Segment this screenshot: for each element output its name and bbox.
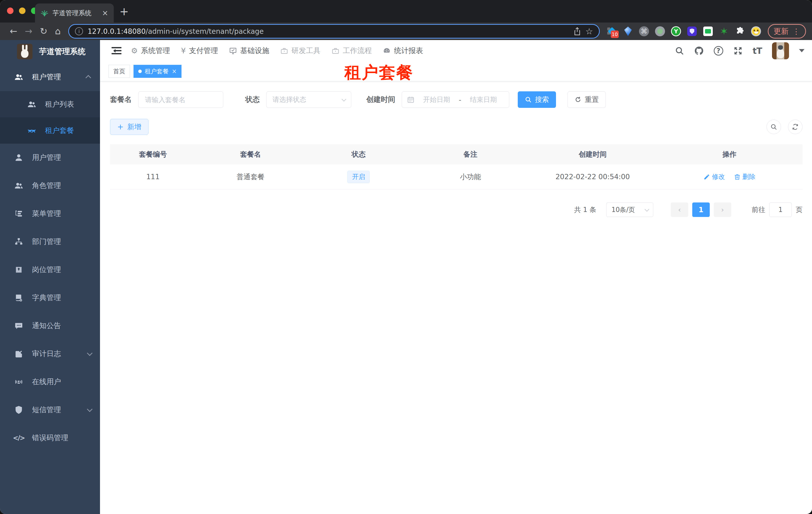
users-icon bbox=[14, 73, 23, 81]
show-search-button[interactable] bbox=[766, 119, 781, 134]
tab-manager-extension-icon[interactable]: 10 bbox=[607, 26, 617, 36]
prev-page-button[interactable]: ‹ bbox=[671, 202, 688, 217]
sidebar-item-notice[interactable]: 通知公告 bbox=[0, 312, 100, 340]
avatar[interactable] bbox=[772, 42, 789, 59]
edit-link[interactable]: 修改 bbox=[703, 172, 725, 181]
sidebar-item-tenant-group[interactable]: 租户管理 bbox=[0, 63, 100, 91]
sidebar-item-tenant-list[interactable]: 租户列表 bbox=[0, 91, 100, 117]
pencil-icon bbox=[703, 174, 710, 180]
org-chart-icon bbox=[14, 238, 23, 246]
topnav-devtools[interactable]: 研发工具 bbox=[280, 46, 320, 56]
chat-extension-icon[interactable] bbox=[703, 26, 713, 36]
sidebar-item-post-mgmt[interactable]: 岗位管理 bbox=[0, 256, 100, 284]
sidebar-item-online-users[interactable]: 在线用户 bbox=[0, 368, 100, 396]
date-end-placeholder[interactable]: 结束日期 bbox=[463, 95, 504, 104]
col-header: 套餐名 bbox=[196, 150, 305, 159]
sidebar-item-label: 部门管理 bbox=[32, 237, 91, 247]
sidebar-item-dept-mgmt[interactable]: 部门管理 bbox=[0, 228, 100, 256]
chat-bubble-icon bbox=[14, 322, 23, 330]
package-name-input[interactable] bbox=[138, 91, 223, 108]
tag-tenant-package[interactable]: 租户套餐 × bbox=[134, 65, 181, 78]
sidebar-logo[interactable]: 芋道管理系统 bbox=[0, 40, 100, 63]
url-bar[interactable]: i 127.0.0.1:48080/admin-ui/system/tenant… bbox=[68, 24, 600, 38]
y-extension-icon[interactable]: Y bbox=[671, 26, 681, 36]
date-start-placeholder[interactable]: 开始日期 bbox=[416, 95, 457, 104]
date-range-picker[interactable]: 开始日期 - 结束日期 bbox=[402, 91, 509, 108]
tag-close-icon[interactable]: × bbox=[172, 68, 177, 75]
reset-button[interactable]: 重置 bbox=[568, 91, 606, 108]
browser-menu-icon[interactable]: ⋮ bbox=[792, 27, 800, 36]
sidebar-item-sms-mgmt[interactable]: 短信管理 bbox=[0, 396, 100, 424]
avatar-caret-down-icon[interactable] bbox=[799, 49, 805, 55]
refresh-table-button[interactable] bbox=[788, 119, 803, 134]
site-info-icon[interactable]: i bbox=[75, 27, 83, 35]
reload-icon[interactable]: ↻ bbox=[40, 27, 47, 36]
github-icon[interactable] bbox=[694, 46, 704, 56]
add-button[interactable]: + 新增 bbox=[110, 119, 148, 135]
extensions-area: 10 ⌘ Y ✶ bbox=[607, 26, 761, 36]
sidebar-collapse-icon[interactable] bbox=[112, 47, 121, 55]
page-size-value: 10条/页 bbox=[611, 206, 635, 214]
current-page-button[interactable]: 1 bbox=[692, 202, 710, 217]
topnav-infra[interactable]: 基础设施 bbox=[229, 46, 269, 56]
delete-link[interactable]: 删除 bbox=[734, 172, 755, 181]
tab-favicon-plant-icon bbox=[40, 9, 49, 17]
sidebar-item-role-mgmt[interactable]: 角色管理 bbox=[0, 172, 100, 200]
topnav-report[interactable]: 统计报表 bbox=[383, 46, 423, 56]
status-label: 状态 bbox=[245, 94, 260, 105]
recorder-extension-icon[interactable] bbox=[655, 26, 665, 36]
bookmark-star-icon[interactable]: ☆ bbox=[585, 26, 593, 36]
sidebar-item-errcode-mgmt[interactable]: </> 错误码管理 bbox=[0, 424, 100, 452]
search-icon[interactable] bbox=[675, 46, 684, 56]
sidebar-item-dict-mgmt[interactable]: 字典管理 bbox=[0, 284, 100, 312]
status-placeholder: 请选择状态 bbox=[272, 95, 306, 104]
page-title-watermark: 租户套餐 bbox=[345, 64, 413, 81]
page-size-select[interactable]: 10条/页 bbox=[606, 202, 653, 217]
sidebar-item-tenant-package[interactable]: 租户套餐 bbox=[0, 117, 100, 144]
active-dot-icon bbox=[138, 70, 142, 73]
tab-close-icon[interactable]: × bbox=[102, 9, 108, 17]
topnav-payment[interactable]: ¥ 支付管理 bbox=[181, 46, 218, 56]
share-icon[interactable] bbox=[574, 27, 581, 35]
close-window-button[interactable] bbox=[7, 7, 13, 14]
sidebar-item-menu-mgmt[interactable]: 菜单管理 bbox=[0, 200, 100, 228]
logo-rabbit-image bbox=[17, 44, 32, 59]
cell-actions: 修改 删除 bbox=[657, 172, 803, 181]
topnav-label: 基础设施 bbox=[240, 46, 269, 56]
fullscreen-icon[interactable] bbox=[733, 46, 743, 56]
tag-home[interactable]: 首页 bbox=[109, 65, 130, 78]
star-extension-icon[interactable]: ✶ bbox=[719, 26, 729, 36]
browser-update-button[interactable]: 更新 ⋮ bbox=[768, 24, 806, 38]
topnav-label: 研发工具 bbox=[291, 46, 320, 56]
shield-extension-icon[interactable] bbox=[687, 26, 697, 36]
search-button[interactable]: 搜索 bbox=[518, 91, 556, 108]
app-header: ⚙ 系统管理 ¥ 支付管理 基础设施 研发工具 工作流程 bbox=[100, 40, 812, 61]
topnav-workflow[interactable]: 工作流程 bbox=[331, 46, 372, 56]
help-icon[interactable]: ? bbox=[714, 46, 723, 56]
goto-page-input[interactable] bbox=[769, 202, 792, 217]
delete-label: 删除 bbox=[743, 172, 755, 181]
app-title: 芋道管理系统 bbox=[39, 46, 86, 57]
status-select[interactable]: 请选择状态 bbox=[266, 91, 351, 108]
edit-label: 修改 bbox=[712, 172, 725, 181]
page-content: 套餐名 状态 请选择状态 创建时间 开始日期 - 结束日期 bbox=[100, 81, 812, 514]
sidebar-item-label: 在线用户 bbox=[32, 377, 91, 387]
sidebar-item-audit-log[interactable]: 审计日志 bbox=[0, 340, 100, 368]
new-tab-button[interactable]: + bbox=[119, 5, 129, 18]
table-toolbar: + 新增 bbox=[110, 119, 803, 135]
topnav-system[interactable]: ⚙ 系统管理 bbox=[131, 46, 170, 56]
back-icon[interactable]: ← bbox=[10, 27, 17, 36]
browser-tab[interactable]: 芋道管理系统 × bbox=[35, 3, 114, 23]
col-header: 创建时间 bbox=[529, 150, 657, 159]
command-extension-icon[interactable]: ⌘ bbox=[639, 26, 649, 36]
home-icon[interactable]: ⌂ bbox=[55, 27, 61, 36]
font-size-icon[interactable]: tT bbox=[753, 46, 762, 56]
gem-extension-icon[interactable] bbox=[623, 26, 633, 36]
chevron-down-icon bbox=[87, 406, 93, 412]
puzzle-extensions-icon[interactable] bbox=[735, 26, 745, 36]
forward-icon[interactable]: → bbox=[25, 27, 32, 36]
next-page-button[interactable]: › bbox=[714, 202, 731, 217]
sidebar-item-user-mgmt[interactable]: 用户管理 bbox=[0, 144, 100, 172]
emoji-extension-icon[interactable] bbox=[751, 26, 761, 36]
minimize-window-button[interactable] bbox=[19, 7, 26, 14]
